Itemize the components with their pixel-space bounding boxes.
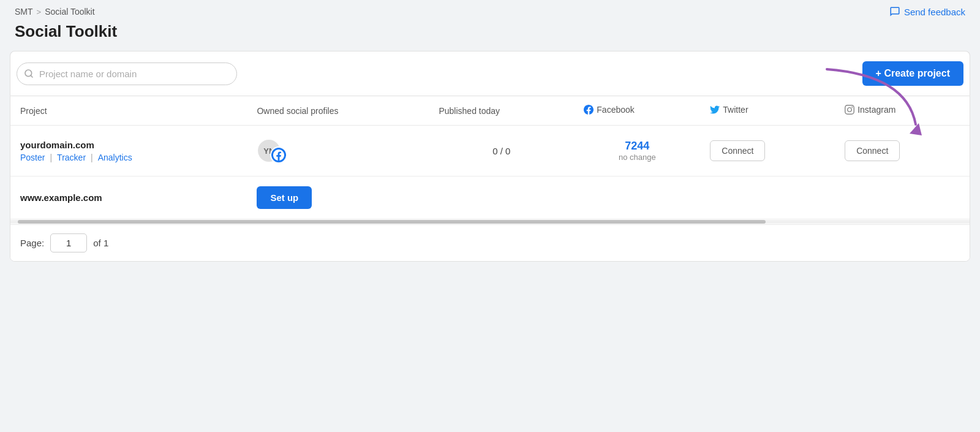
facebook-col-icon [584, 105, 594, 115]
facebook-number: 7244 [584, 140, 690, 153]
projects-table: Project Owned social profiles Published … [10, 96, 970, 224]
page-title: Social Toolkit [0, 21, 980, 51]
col-published-today: Published today [429, 96, 574, 126]
scrollbar-track-cell [10, 219, 970, 224]
col-twitter: Twitter [700, 96, 835, 126]
search-input[interactable] [17, 63, 237, 85]
project-cell-1: yourdomain.com Poster | Tracker | Analyt… [10, 126, 247, 176]
link-divider-2: | [91, 153, 93, 162]
page-label: Page: [20, 238, 44, 248]
col-owned-profiles: Owned social profiles [247, 96, 429, 126]
project-name-2: www.example.com [20, 192, 237, 203]
scrollbar-track[interactable] [10, 220, 970, 224]
create-project-button[interactable]: + Create project [862, 61, 963, 86]
facebook-count-cell-1: 7244 no change [574, 126, 700, 176]
instagram-col-icon [845, 105, 854, 115]
avatar-facebook [270, 146, 287, 164]
analytics-link[interactable]: Analytics [98, 153, 132, 162]
project-cell-2: www.example.com [10, 176, 247, 219]
avatar-stack-1: YN [257, 135, 300, 166]
send-feedback-link[interactable]: Send feedback [889, 6, 965, 17]
published-cell-2 [429, 176, 574, 219]
facebook-avatar-icon [273, 150, 284, 161]
owned-profiles-cell-1: YN [247, 126, 429, 176]
col-facebook: Facebook [574, 96, 700, 126]
published-cell-1: 0 / 0 [429, 126, 574, 176]
setup-button[interactable]: Set up [257, 186, 312, 209]
col-instagram: Instagram [835, 96, 970, 126]
col-project: Project [10, 96, 247, 126]
toolbar: + Create project [10, 51, 970, 96]
tracker-link[interactable]: Tracker [57, 153, 86, 162]
instagram-cell-2 [835, 176, 970, 219]
table-row: yourdomain.com Poster | Tracker | Analyt… [10, 126, 970, 176]
twitter-col-icon [710, 105, 720, 115]
breadcrumb-separator: > [37, 7, 42, 17]
owned-profiles-cell-2: Set up [247, 176, 429, 219]
instagram-connect-button-1[interactable]: Connect [845, 140, 900, 161]
breadcrumb-smt[interactable]: SMT [15, 7, 33, 17]
create-project-label: + Create project [876, 68, 950, 79]
twitter-cell-2 [700, 176, 835, 219]
poster-link[interactable]: Poster [20, 153, 45, 162]
table-header-row: Project Owned social profiles Published … [10, 96, 970, 126]
table-row: www.example.com Set up [10, 176, 970, 219]
instagram-cell-1: Connect [835, 126, 970, 176]
search-wrapper [17, 63, 237, 85]
pagination-row: Page: of 1 [10, 224, 970, 261]
breadcrumb: SMT > Social Toolkit [15, 7, 95, 17]
facebook-change: no change [584, 153, 690, 162]
scrollbar-thumb[interactable] [18, 220, 766, 224]
breadcrumb-current: Social Toolkit [45, 7, 94, 17]
twitter-cell-1: Connect [700, 126, 835, 176]
search-icon [24, 69, 34, 78]
send-feedback-label: Send feedback [904, 7, 965, 17]
project-links-1: Poster | Tracker | Analytics [20, 153, 237, 162]
facebook-count-cell-2 [574, 176, 700, 219]
top-bar: SMT > Social Toolkit Send feedback [0, 0, 980, 21]
projects-table-container: Project Owned social profiles Published … [10, 96, 970, 262]
feedback-icon [889, 6, 900, 17]
scrollbar-row [10, 219, 970, 224]
twitter-connect-button-1[interactable]: Connect [710, 140, 765, 161]
project-name-1: yourdomain.com [20, 140, 237, 150]
svg-line-2 [31, 75, 32, 77]
page-input[interactable] [50, 233, 87, 252]
link-divider-1: | [50, 153, 52, 162]
page-of: of 1 [93, 238, 108, 248]
main-content: + Create project Project Owned social pr… [0, 51, 980, 276]
